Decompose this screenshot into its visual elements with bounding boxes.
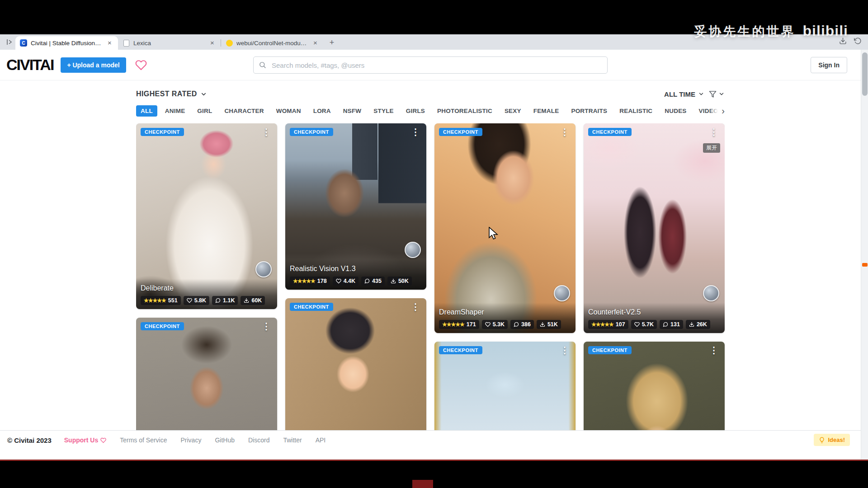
footer-link-twitter[interactable]: Twitter <box>283 436 302 444</box>
creator-avatar[interactable] <box>703 285 719 301</box>
rating-count: 178 <box>317 278 327 284</box>
search-input[interactable] <box>253 56 608 74</box>
downloads-pill: 50K <box>387 277 412 286</box>
footer-link-discord[interactable]: Discord <box>248 436 269 444</box>
downloads-icon[interactable] <box>839 37 847 47</box>
card-menu-icon[interactable]: ⋮ <box>408 300 423 313</box>
footer-link-api[interactable]: API <box>316 436 326 444</box>
card-overlay: Counterfeit-V2.5 ★★★★★ 107 5. <box>584 303 725 333</box>
tag-chip-girls[interactable]: GIRLS <box>401 105 429 117</box>
card-menu-icon[interactable]: ⋮ <box>557 126 572 138</box>
likes-count: 5.8K <box>194 298 206 304</box>
browser-tab-civitai[interactable]: C Civitai | Stable Diffusion mode × <box>15 36 118 50</box>
comment-icon <box>364 278 370 284</box>
model-name: Realistic Vision V1.3 <box>290 265 422 273</box>
tag-chip-sexy[interactable]: SEXY <box>500 105 526 117</box>
period-dropdown[interactable]: ALL TIME <box>664 90 704 98</box>
tag-chip-character[interactable]: CHARACTER <box>220 105 268 117</box>
model-card-partial[interactable]: CHECKPOINT ⋮ <box>434 342 576 431</box>
video-progress-bar[interactable] <box>0 460 868 461</box>
downloads-count: 26K <box>697 322 707 328</box>
model-name: Counterfeit-V2.5 <box>588 308 720 316</box>
tag-chip-lora[interactable]: LORA <box>309 105 335 117</box>
tag-chip-nsfw[interactable]: NSFW <box>339 105 366 117</box>
comments-pill: 386 <box>510 320 534 329</box>
model-card-partial[interactable]: CHECKPOINT ⋮ <box>285 298 426 431</box>
tag-chip-woman[interactable]: WOMAN <box>272 105 306 117</box>
tag-chips-row: ALL ANIME GIRL CHARACTER WOMAN LORA NSFW… <box>136 105 725 117</box>
site-header: CIVITAI + Upload a model Sign In <box>0 50 861 80</box>
tab-close-icon[interactable]: × <box>311 39 319 47</box>
card-menu-icon[interactable]: ⋮ <box>707 344 721 357</box>
tag-chip-female[interactable]: FEMALE <box>529 105 564 117</box>
comments-count: 1.1K <box>223 298 235 304</box>
model-card-realistic-vision[interactable]: CHECKPOINT ⋮ Realistic Vision V1.3 ★★★★★… <box>285 123 426 290</box>
support-heart-icon[interactable] <box>135 59 147 71</box>
page-scrollbar[interactable] <box>861 50 868 460</box>
model-card-partial[interactable]: CHECKPOINT ⋮ <box>584 342 725 431</box>
browser-window: C Civitai | Stable Diffusion mode × Lexi… <box>0 34 868 460</box>
ideas-button[interactable]: Ideas! <box>814 434 850 446</box>
browser-tab-lexica[interactable]: Lexica × <box>118 36 221 50</box>
tag-chip-photorealistic[interactable]: PHOTOREALISTIC <box>433 105 497 117</box>
heart-icon <box>100 437 106 443</box>
comment-icon <box>663 322 668 327</box>
creator-avatar[interactable] <box>405 242 421 258</box>
comments-count: 386 <box>521 322 531 328</box>
expand-badge[interactable]: 展开 <box>703 143 720 153</box>
footer-link-support-us[interactable]: Support Us <box>64 436 106 444</box>
chevron-down-icon <box>698 91 704 97</box>
card-menu-icon[interactable]: ⋮ <box>707 126 721 138</box>
model-stats: ★★★★★ 107 5.7K <box>588 320 720 329</box>
new-tab-button[interactable]: + <box>326 36 338 49</box>
card-menu-icon[interactable]: ⋮ <box>259 320 274 333</box>
sign-in-button[interactable]: Sign In <box>811 57 847 73</box>
rating-pill: ★★★★★ 178 <box>290 277 330 286</box>
creator-avatar[interactable] <box>255 261 272 277</box>
model-card-dreamshaper[interactable]: CHECKPOINT ⋮ DreamShaper ★★★★★ 171 <box>434 123 576 333</box>
history-undo-icon[interactable] <box>854 37 862 47</box>
video-frame: 妥协先生的世界 bilibili C Civitai | Stable Diff… <box>0 0 868 488</box>
creator-avatar[interactable] <box>554 285 570 301</box>
tag-chip-nudes[interactable]: NUDES <box>660 105 691 117</box>
tag-chip-anime[interactable]: ANIME <box>160 105 190 117</box>
footer-link-github[interactable]: GitHub <box>215 436 235 444</box>
downloads-pill: 26K <box>686 320 710 329</box>
comments-pill: 131 <box>660 320 683 329</box>
star-rating-icon: ★★★★★ <box>293 278 315 284</box>
card-menu-icon[interactable]: ⋮ <box>259 126 274 138</box>
tab-close-icon[interactable]: × <box>106 39 113 47</box>
model-card-partial[interactable]: CHECKPOINT ⋮ <box>136 318 277 431</box>
heart-icon <box>336 278 341 284</box>
upload-model-button[interactable]: + Upload a model <box>61 57 126 73</box>
card-menu-icon[interactable]: ⋮ <box>557 344 572 357</box>
civitai-logo[interactable]: CIVITAI <box>6 56 53 74</box>
likes-pill: 4.4K <box>333 277 359 286</box>
model-card-counterfeit[interactable]: CHECKPOINT ⋮ 展开 Counterfeit-V2.5 ★★★★★ <box>584 123 725 333</box>
tag-chip-style[interactable]: STYLE <box>369 105 398 117</box>
footer-link-privacy[interactable]: Privacy <box>180 436 201 444</box>
tag-chip-all[interactable]: ALL <box>136 105 157 117</box>
scrollbar-thumb[interactable] <box>862 52 868 96</box>
model-type-badge: CHECKPOINT <box>588 128 632 136</box>
filter-funnel-icon[interactable] <box>709 90 725 98</box>
heart-icon <box>187 298 192 303</box>
sort-dropdown[interactable]: HIGHEST RATED <box>136 90 207 98</box>
sidebar-toggle-icon[interactable] <box>4 36 15 48</box>
tag-chip-realistic[interactable]: REALISTIC <box>615 105 657 117</box>
model-type-badge: CHECKPOINT <box>141 128 184 136</box>
tag-chip-girl[interactable]: GIRL <box>193 105 217 117</box>
footer-link-terms[interactable]: Terms of Service <box>120 436 167 444</box>
tag-chip-portraits[interactable]: PORTRAITS <box>566 105 612 117</box>
card-menu-icon[interactable]: ⋮ <box>408 126 423 138</box>
rating-count: 551 <box>168 298 178 304</box>
rating-pill: ★★★★★ 171 <box>439 320 479 329</box>
tab-close-icon[interactable]: × <box>208 39 216 47</box>
grid-column: CHECKPOINT ⋮ 展开 Counterfeit-V2.5 ★★★★★ <box>584 123 725 431</box>
browser-tab-controlnet[interactable]: webui/ControlNet-modules-s × <box>221 36 324 50</box>
model-preview-image <box>434 342 576 431</box>
download-icon <box>540 322 545 327</box>
chips-scroll-right-icon[interactable]: › <box>709 105 725 117</box>
download-icon <box>689 322 694 327</box>
model-card-deliberate[interactable]: CHECKPOINT ⋮ Deliberate ★★★★★ 551 <box>136 123 277 309</box>
